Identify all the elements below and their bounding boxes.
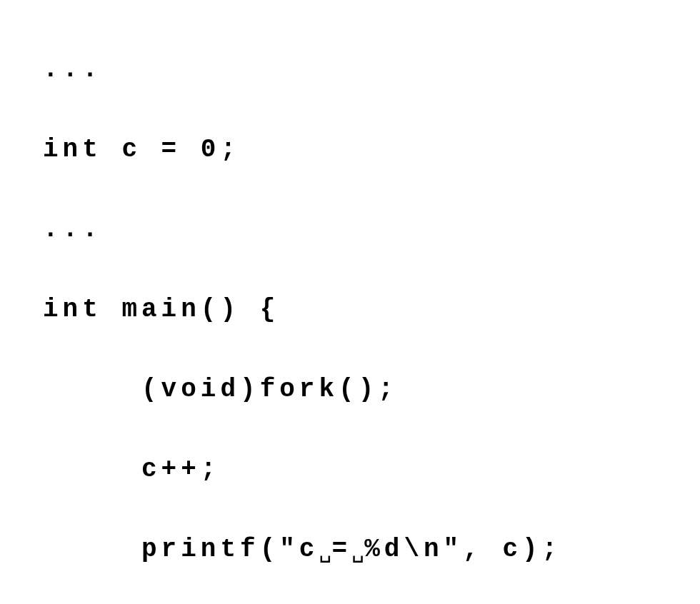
code-line: int main() { [43, 290, 700, 330]
code-block: ... int c = 0; ... int main() { (void)fo… [0, 0, 700, 604]
code-line: (void)fork(); [43, 370, 700, 410]
code-line: ... [43, 210, 700, 250]
visible-space-icon: ␣ [351, 541, 364, 563]
code-line: printf("c␣=␣%d\n", c); [43, 530, 700, 570]
visible-space-icon: ␣ [319, 541, 331, 563]
code-line: c++; [43, 450, 700, 490]
code-line: int c = 0; [43, 130, 700, 170]
code-line: ... [43, 50, 700, 90]
